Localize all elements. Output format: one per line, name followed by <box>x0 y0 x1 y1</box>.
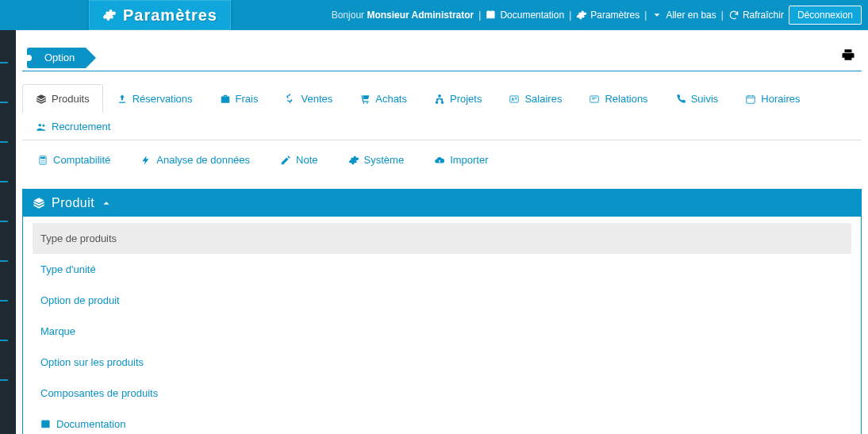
list-item[interactable]: Documentation <box>33 409 851 434</box>
list-item[interactable]: Marque <box>33 316 851 347</box>
tabs-row-2: ComptabilitéAnalyse de donnéesNoteSystèm… <box>22 145 862 181</box>
print-button[interactable] <box>841 48 855 62</box>
tab-label: Ventes <box>301 93 332 105</box>
tab-comptabilit-[interactable]: Comptabilité <box>22 145 125 174</box>
documentation-link[interactable]: Documentation <box>486 10 564 21</box>
page-title: Paramètres <box>123 6 217 25</box>
tab-label: Salaires <box>524 93 562 105</box>
panel-header[interactable]: Produit <box>23 190 861 217</box>
tab-recrutement[interactable]: Recrutement <box>22 112 124 140</box>
caret-up-icon <box>101 198 112 209</box>
list-item[interactable]: Composantes de produits <box>33 378 851 409</box>
list-item-label: Option sur les produits <box>40 356 144 368</box>
tab-label: Projets <box>450 93 482 105</box>
list-item[interactable]: Option sur les produits <box>33 347 851 378</box>
tab-label: Importer <box>450 154 488 166</box>
list-item[interactable]: Option de produit <box>33 285 851 316</box>
tab-horaires[interactable]: Horaires <box>732 84 813 113</box>
phone-icon <box>675 94 686 105</box>
tab-label: Produits <box>52 93 90 105</box>
tab-label: Réservations <box>133 93 193 105</box>
book-icon <box>486 10 497 21</box>
top-bar: Paramètres Bonjour Monsieur Administrato… <box>0 0 868 30</box>
tab-note[interactable]: Note <box>265 145 332 174</box>
tabs-row-1: ProduitsRéservationsFraisVentesAchatsPro… <box>22 84 862 140</box>
breadcrumb[interactable]: Option <box>27 48 86 68</box>
pencil-icon <box>280 155 291 166</box>
users-icon <box>36 121 47 133</box>
tab-achats[interactable]: Achats <box>346 84 421 113</box>
tab-label: Système <box>364 154 405 166</box>
book-icon <box>40 419 52 430</box>
tab-syst-me[interactable]: Système <box>333 145 420 174</box>
greeting: Bonjour Monsieur Administrator <box>332 10 474 21</box>
cart-icon <box>359 94 371 105</box>
gear-icon <box>576 10 587 21</box>
breadcrumb-row: Option <box>22 44 862 71</box>
list-item-label: Composantes de produits <box>40 387 158 399</box>
bolt-icon <box>140 155 152 166</box>
dollar-icon <box>285 94 296 105</box>
logout-button[interactable]: Déconnexion <box>789 6 862 25</box>
panel-body: Type de produitsType d'unitéOption de pr… <box>23 217 861 434</box>
chevron-down-icon <box>651 10 663 21</box>
go-bottom-link[interactable]: Aller en bas <box>651 10 716 21</box>
tab-suivis[interactable]: Suivis <box>662 84 732 113</box>
list-item[interactable]: Type d'unité <box>33 254 851 285</box>
list-item: Type de produits <box>33 223 851 254</box>
layers-icon <box>36 94 47 105</box>
id-icon <box>509 94 520 105</box>
tab-label: Analyse de données <box>156 154 250 166</box>
tab-label: Comptabilité <box>53 154 110 166</box>
tab-r-servations[interactable]: Réservations <box>103 84 206 113</box>
left-gutter <box>0 30 16 434</box>
tab-relations[interactable]: Relations <box>575 84 661 113</box>
tab-frais[interactable]: Frais <box>206 84 272 113</box>
list-item-label: Type de produits <box>40 232 117 244</box>
top-right-nav: Bonjour Monsieur Administrator | Documen… <box>332 6 862 25</box>
tab-salaires[interactable]: Salaires <box>495 84 575 113</box>
layers-icon <box>33 197 45 209</box>
product-panel: Produit Type de produitsType d'unitéOpti… <box>22 189 862 434</box>
refresh-link[interactable]: Rafraîchir <box>728 10 784 21</box>
calc-icon <box>37 155 48 166</box>
tab-label: Achats <box>375 93 407 105</box>
list-item-label: Documentation <box>56 418 125 430</box>
tab-label: Note <box>296 154 317 166</box>
tab-label: Frais <box>236 93 259 105</box>
card-icon <box>589 94 600 105</box>
brand[interactable]: Paramètres <box>89 0 231 30</box>
gear-icon <box>348 155 359 166</box>
tab-label: Suivis <box>691 93 719 105</box>
list-item-label: Type d'unité <box>40 263 96 275</box>
tab-label: Relations <box>605 93 647 105</box>
settings-link[interactable]: Paramètres <box>576 10 639 21</box>
download-icon <box>117 94 128 105</box>
tab-produits[interactable]: Produits <box>22 84 103 113</box>
tab-label: Horaires <box>761 93 800 105</box>
gear-icon <box>102 8 117 22</box>
panel-title: Produit <box>52 196 94 210</box>
cloud-icon <box>434 155 445 166</box>
list-item-label: Marque <box>40 325 75 337</box>
page-content: Option ProduitsRéservationsFraisVentesAc… <box>16 30 868 434</box>
tab-label: Recrutement <box>52 121 110 133</box>
tab-importer[interactable]: Importer <box>419 145 503 174</box>
refresh-icon <box>728 10 739 21</box>
list-item-label: Option de produit <box>40 294 120 306</box>
calendar-icon <box>745 94 756 105</box>
tab-analyse-de-donn-es[interactable]: Analyse de données <box>125 145 265 174</box>
sitemap-icon <box>434 94 445 105</box>
briefcase-icon <box>220 94 231 105</box>
tab-projets[interactable]: Projets <box>421 84 495 113</box>
tab-ventes[interactable]: Ventes <box>271 84 346 113</box>
